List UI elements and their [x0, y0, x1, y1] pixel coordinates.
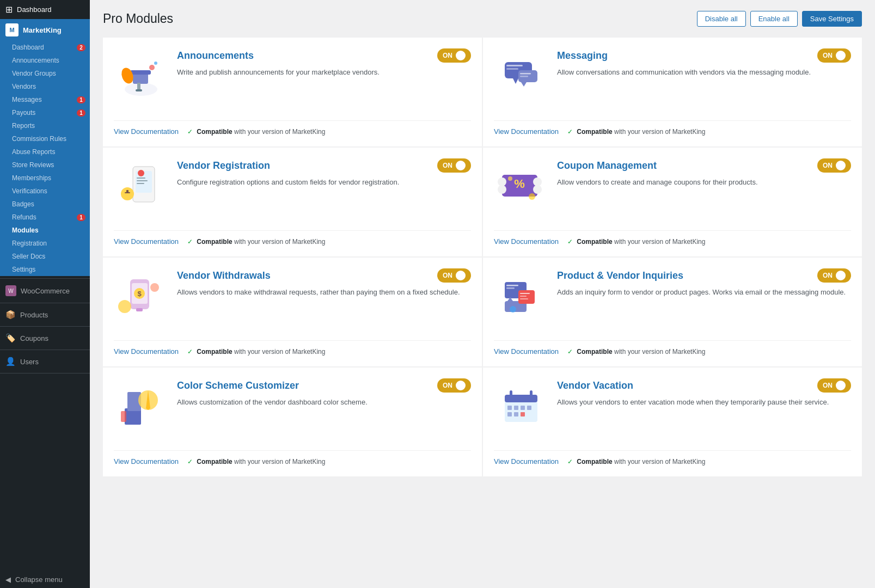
- toggle-label-coupon-management: ON: [823, 162, 833, 169]
- sidebar-item-payouts[interactable]: Payouts 1: [0, 106, 90, 119]
- compatible-check-icon-product-vendor-inquiries: ✓: [567, 348, 573, 356]
- save-settings-button[interactable]: Save Settings: [802, 11, 862, 27]
- module-compatible-vendor-registration: ✓ Compatible with your version of Market…: [187, 238, 325, 246]
- svg-rect-58: [507, 406, 512, 410]
- enable-all-button[interactable]: Enable all: [750, 11, 798, 27]
- svg-rect-19: [137, 177, 145, 179]
- module-docs-link-color-scheme-customizer[interactable]: View Documentation: [114, 457, 179, 465]
- sidebar-item-abuse-reports[interactable]: Abuse Reports: [0, 145, 90, 158]
- sidebar-item-coupons[interactable]: 🏷️ Coupons: [0, 329, 90, 347]
- module-docs-link-coupon-management[interactable]: View Documentation: [494, 237, 559, 246]
- module-title-announcements: Announcements: [177, 50, 254, 62]
- module-title-row-color-scheme-customizer: Color Scheme Customizer ON: [177, 378, 471, 393]
- module-docs-link-vendor-withdrawals[interactable]: View Documentation: [114, 347, 179, 356]
- svg-rect-5: [136, 89, 142, 91]
- svg-rect-57: [530, 390, 533, 398]
- svg-rect-45: [518, 290, 535, 304]
- sidebar-item-store-reviews[interactable]: Store Reviews: [0, 158, 90, 171]
- woocommerce-icon: W: [5, 285, 16, 296]
- module-title-messaging: Messaging: [557, 50, 608, 62]
- module-content-vendor-vacation: Vendor Vacation ON Allows your vendors t…: [557, 378, 851, 442]
- toggle-knob-vendor-registration: [456, 161, 466, 170]
- module-content-messaging: Messaging ON Allow conversations and com…: [557, 48, 851, 112]
- sidebar-item-commission-rules[interactable]: Commission Rules: [0, 132, 90, 145]
- module-toggle-announcements[interactable]: ON: [437, 48, 471, 63]
- module-toggle-vendor-vacation[interactable]: ON: [817, 378, 851, 393]
- svg-point-28: [533, 177, 542, 186]
- module-title-row-vendor-vacation: Vendor Vacation ON: [557, 378, 851, 393]
- sidebar-divider-2: [0, 303, 90, 303]
- module-toggle-product-vendor-inquiries[interactable]: ON: [817, 268, 851, 283]
- module-toggle-coupon-management[interactable]: ON: [817, 158, 851, 173]
- sidebar-item-reports[interactable]: Reports: [0, 119, 90, 132]
- toggle-knob-color-scheme-customizer: [456, 381, 466, 390]
- products-icon: 📦: [5, 310, 16, 320]
- module-content-announcements: Announcements ON Write and publish annou…: [177, 48, 471, 112]
- toggle-knob-vendor-vacation: [836, 381, 846, 390]
- module-docs-link-announcements[interactable]: View Documentation: [114, 127, 179, 136]
- module-card-messaging: Messaging ON Allow conversations and com…: [483, 38, 862, 146]
- module-image-messaging: [494, 48, 548, 103]
- svg-point-39: [150, 283, 159, 292]
- svg-point-29: [533, 185, 542, 194]
- module-compatible-coupon-management: ✓ Compatible with your version of Market…: [567, 238, 705, 246]
- sidebar-item-products[interactable]: 📦 Products: [0, 305, 90, 324]
- svg-rect-46: [520, 293, 530, 294]
- sidebar-item-vendor-groups[interactable]: Vendor Groups: [0, 67, 90, 80]
- sidebar-item-vendors[interactable]: Vendors: [0, 80, 90, 93]
- sidebar-item-dashboard-sub[interactable]: Dashboard 2: [0, 41, 90, 54]
- toggle-knob-coupon-management: [836, 161, 846, 170]
- payouts-badge: 1: [77, 109, 85, 117]
- sidebar-item-modules[interactable]: Modules: [0, 224, 90, 237]
- module-docs-link-messaging[interactable]: View Documentation: [494, 127, 559, 136]
- coupons-icon: 🏷️: [5, 333, 16, 343]
- module-desc-vendor-withdrawals: Allows vendors to make withdrawal reques…: [177, 287, 471, 298]
- disable-all-button[interactable]: Disable all: [697, 11, 746, 27]
- sidebar-item-dashboard-top[interactable]: ⊞ Dashboard: [0, 0, 90, 19]
- sidebar-item-woocommerce[interactable]: W WooCommerce: [0, 281, 90, 301]
- module-image-coupon-management: %: [494, 158, 548, 213]
- sidebar-divider-3: [0, 326, 90, 327]
- sidebar-item-settings[interactable]: Settings: [0, 263, 90, 276]
- module-title-row-product-vendor-inquiries: Product & Vendor Inquiries ON: [557, 268, 851, 283]
- sidebar-dashboard-label: Dashboard: [17, 5, 52, 14]
- coupons-label: Coupons: [20, 334, 48, 342]
- sidebar-item-registration[interactable]: Registration: [0, 237, 90, 250]
- module-toggle-messaging[interactable]: ON: [817, 48, 851, 63]
- module-docs-link-vendor-registration[interactable]: View Documentation: [114, 237, 179, 246]
- toggle-label-vendor-registration: ON: [443, 162, 452, 169]
- svg-rect-13: [520, 73, 531, 75]
- users-label: Users: [20, 358, 39, 366]
- sidebar-item-collapse[interactable]: ◀ Collapse menu: [0, 571, 90, 588]
- modules-grid: Announcements ON Write and publish annou…: [103, 38, 862, 476]
- sidebar-divider-5: [0, 373, 90, 373]
- module-title-vendor-registration: Vendor Registration: [177, 160, 270, 171]
- sidebar-item-messages[interactable]: Messages 1: [0, 93, 90, 106]
- sidebar-item-seller-docs[interactable]: Seller Docs: [0, 250, 90, 263]
- svg-rect-41: [506, 285, 518, 286]
- svg-point-26: [498, 177, 506, 186]
- module-docs-link-vendor-vacation[interactable]: View Documentation: [494, 457, 559, 465]
- module-footer-vendor-registration: View Documentation ✓ Compatible with you…: [114, 230, 471, 246]
- svg-rect-53: [121, 411, 126, 422]
- sidebar-item-users[interactable]: 👤 Users: [0, 352, 90, 371]
- page-title: Pro Modules: [103, 11, 173, 26]
- module-toggle-color-scheme-customizer[interactable]: ON: [437, 378, 471, 393]
- module-toggle-vendor-registration[interactable]: ON: [437, 158, 471, 173]
- module-image-announcements: [114, 48, 168, 103]
- sidebar-item-refunds[interactable]: Refunds 1: [0, 211, 90, 224]
- main-header: Pro Modules Disable all Enable all Save …: [103, 11, 862, 27]
- svg-point-18: [138, 170, 144, 176]
- module-docs-link-product-vendor-inquiries[interactable]: View Documentation: [494, 347, 559, 356]
- sidebar-item-badges[interactable]: Badges: [0, 198, 90, 211]
- compatible-check-icon-coupon-management: ✓: [567, 238, 573, 246]
- module-compatible-messaging: ✓ Compatible with your version of Market…: [567, 128, 705, 136]
- module-title-row-vendor-registration: Vendor Registration ON: [177, 158, 471, 173]
- sidebar-item-memberships[interactable]: Memberships: [0, 171, 90, 185]
- module-toggle-vendor-withdrawals[interactable]: ON: [437, 268, 471, 283]
- svg-rect-56: [510, 390, 512, 398]
- sidebar-item-verifications[interactable]: Verifications: [0, 185, 90, 198]
- marketking-icon: M: [5, 23, 19, 36]
- sidebar-item-announcements[interactable]: Announcements: [0, 54, 90, 67]
- svg-rect-21: [137, 183, 144, 184]
